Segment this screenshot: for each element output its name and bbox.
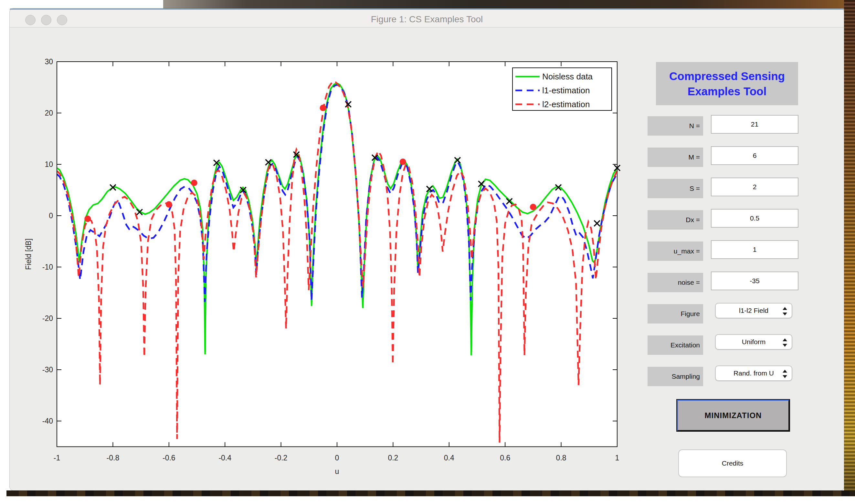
- x-tick-label: 0.8: [556, 454, 566, 462]
- y-tick-label: 10: [45, 160, 53, 168]
- sampling-dropdown-value: Rand. from U: [733, 370, 774, 377]
- figure-dropdown-value: l1-l2 Field: [739, 307, 768, 314]
- selected-sample-dot: [400, 159, 406, 165]
- screenshot-stage: Figure 1: CS Examples Tool -1-0.8-0.6-0.…: [0, 0, 855, 504]
- excitation-dropdown-value: Uniform: [742, 338, 766, 346]
- panel-title-line2: Examples Tool: [687, 84, 766, 99]
- plot-background: [57, 62, 617, 447]
- figure-dropdown[interactable]: l1-l2 Field: [715, 303, 792, 318]
- y-tick-label: -10: [42, 263, 53, 271]
- x-tick-label: 0.6: [500, 454, 510, 462]
- x-tick-label: -1: [54, 454, 60, 462]
- label-figure: Figure: [648, 304, 703, 324]
- label-noise: noise =: [648, 273, 703, 292]
- x-tick-label: -0.4: [219, 454, 231, 462]
- y-tick-label: -20: [42, 314, 53, 323]
- n-field[interactable]: [711, 115, 799, 134]
- selected-sample-dot: [166, 201, 172, 208]
- sampling-dropdown[interactable]: Rand. from U: [715, 365, 792, 381]
- y-tick-label: 0: [49, 212, 53, 220]
- panel-title-line1: Compressed Sensing: [669, 69, 785, 84]
- chevron-up-down-icon: [782, 367, 787, 380]
- y-tick-label: -30: [42, 365, 53, 374]
- s-field[interactable]: [711, 178, 799, 196]
- x-tick-label: 0.2: [388, 454, 398, 462]
- x-tick-label: -0.2: [275, 454, 287, 462]
- x-tick-label: -0.8: [107, 454, 120, 462]
- y-tick-label: 20: [45, 109, 53, 117]
- chevron-up-down-icon: [782, 305, 787, 318]
- label-s: S =: [648, 179, 703, 198]
- x-tick-label: 0.4: [444, 454, 454, 462]
- selected-sample-dot: [530, 204, 536, 210]
- credits-button[interactable]: Credits: [678, 449, 787, 477]
- noise-field[interactable]: [711, 272, 799, 290]
- legend-label: l2-estimation: [542, 100, 590, 109]
- x-axis-label: u: [335, 467, 339, 475]
- label-m: M =: [648, 147, 703, 167]
- y-tick-label: -40: [42, 417, 53, 425]
- legend-label: Noisless data: [542, 72, 593, 82]
- y-tick-label: 30: [45, 57, 53, 66]
- label-excitation: Excitation: [648, 336, 703, 355]
- label-n: N =: [648, 116, 703, 136]
- selected-sample-dot: [191, 180, 197, 186]
- legend-label: l1-estimation: [542, 86, 590, 95]
- dx-field[interactable]: [711, 209, 799, 228]
- x-tick-label: -0.6: [162, 454, 175, 462]
- m-field[interactable]: [711, 146, 799, 165]
- x-tick-label: 1: [615, 454, 620, 462]
- label-sampling: Sampling: [648, 367, 703, 386]
- minimization-button[interactable]: MINIMIZATION: [677, 400, 789, 431]
- selected-sample-dot: [320, 105, 326, 111]
- selected-sample-dot: [84, 216, 91, 222]
- label-u-max: u_max =: [648, 241, 703, 261]
- x-tick-label: 0: [335, 454, 339, 462]
- u-max-field[interactable]: [711, 240, 799, 259]
- excitation-dropdown[interactable]: Uniform: [715, 334, 792, 350]
- label-dx: Dx =: [648, 210, 703, 230]
- panel-title: Compressed Sensing Examples Tool: [656, 62, 798, 105]
- y-axis-label: Field [dB]: [24, 239, 33, 270]
- chevron-up-down-icon: [782, 336, 787, 349]
